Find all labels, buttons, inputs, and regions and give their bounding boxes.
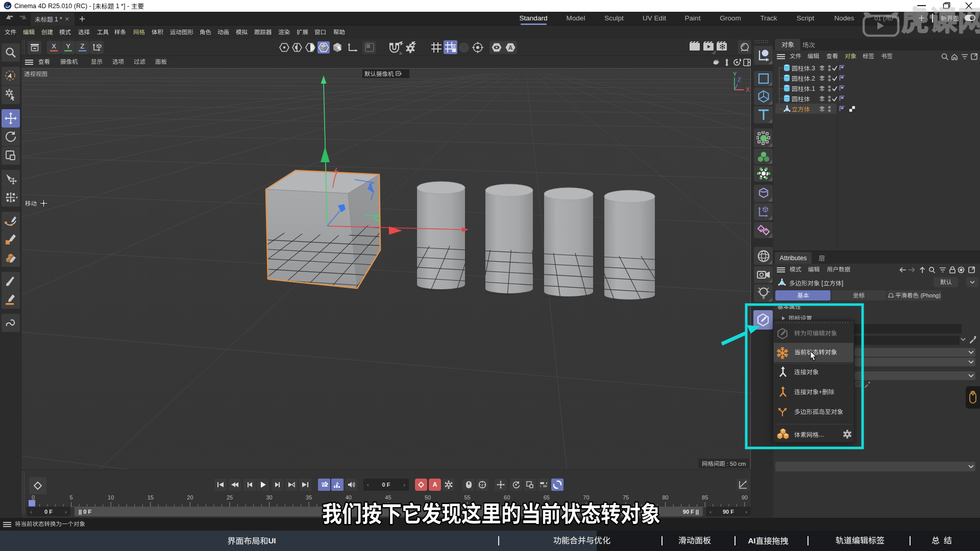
svg-text:X: X [746, 86, 750, 92]
svg-text:A: A [508, 44, 512, 52]
svg-text:85: 85 [702, 494, 708, 500]
svg-text:75: 75 [623, 494, 629, 500]
svg-text:60: 60 [504, 494, 510, 500]
svg-text:10: 10 [108, 494, 114, 500]
svg-text:15: 15 [148, 494, 154, 500]
svg-text:80: 80 [662, 494, 668, 500]
svg-text:35: 35 [306, 494, 312, 500]
svg-text:45: 45 [385, 494, 391, 500]
svg-text:65: 65 [544, 494, 550, 500]
svg-text:55: 55 [464, 494, 470, 500]
svg-text:20: 20 [187, 494, 193, 500]
svg-text:50: 50 [425, 494, 431, 500]
svg-text:90: 90 [742, 494, 748, 500]
svg-text:25: 25 [227, 494, 233, 500]
svg-text:Z: Z [738, 77, 741, 83]
svg-text:0: 0 [32, 494, 35, 500]
svg-text:40: 40 [346, 494, 352, 500]
svg-text:5: 5 [70, 494, 73, 500]
svg-text:70: 70 [583, 494, 589, 500]
svg-text:30: 30 [266, 494, 272, 500]
svg-text:Y: Y [733, 71, 737, 77]
